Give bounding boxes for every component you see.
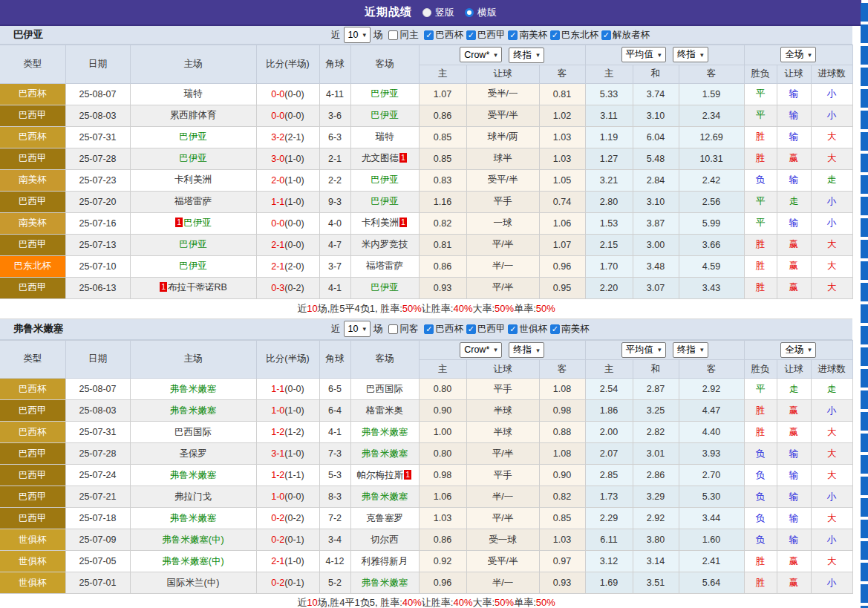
away-team-cell: 巴西国际 [350,379,419,400]
team-name: 巴伊亚 [183,218,212,228]
radio-horizontal[interactable]: 横版 [465,6,497,19]
team-name: 巴伊亚 [371,110,399,120]
home-team-cell: 累西腓体育 [130,105,256,126]
right-link-rail[interactable] [861,3,868,608]
europe-odds-select[interactable]: 平均值▾ [621,342,666,358]
radio-unselected-icon[interactable] [465,8,474,17]
checkbox-checked-icon[interactable]: ✓ [424,30,434,40]
away-team-cell: 切尔西 [350,529,419,551]
summary-segment: 单率: [514,596,536,608]
league-filter[interactable]: ✓巴西杯 [424,29,463,42]
chevron-down-icon: ▾ [362,31,366,39]
checkbox-checked-icon[interactable]: ✓ [550,30,560,40]
radio-vertical[interactable]: 竖版 [422,6,454,19]
corner-cell: 2-2 [319,169,350,191]
odds-stage-select[interactable]: 终指▾ [509,342,544,358]
team-name: 弗鲁米嫩塞 [170,405,217,416]
date-cell: 25-07-24 [65,465,130,486]
goals-result: 小 [811,486,852,508]
home-team-cell: 弗鲁米嫩塞 [130,379,256,400]
match-row: 巴西甲25-08-03累西腓体育0-0(0-0)3-6巴伊亚0.86受平/半1.… [0,105,852,126]
avg-away-odds: 2.42 [679,169,744,191]
radio-horizontal-label: 横版 [477,6,497,19]
league-cell: 巴西杯 [0,126,65,148]
wdl-result: 胜 [744,400,777,422]
league-filter[interactable]: ✓解放者杯 [601,29,650,42]
sub-col-wdl: 胜负 [744,65,777,83]
handicap-line: 半/一 [466,572,539,594]
league-filter[interactable]: ✓南美杯 [550,323,590,336]
goals-result: 小 [811,83,852,105]
league-filter[interactable]: ✓南美杯 [508,29,547,42]
europe-odds-select[interactable]: 平均值▾ [621,47,666,62]
team-name: 巴伊亚 [179,239,207,249]
team-section-fluminense: 弗鲁米嫩塞 近 10▾ 场 同客 ✓巴西杯✓巴西甲✓世俱杯✓南美杯 [0,319,868,608]
match-count-select[interactable]: 10▾ [344,27,371,43]
checkbox-checked-icon[interactable]: ✓ [466,324,476,334]
checkbox-unchecked-icon[interactable] [388,324,398,334]
checkbox-checked-icon[interactable]: ✓ [508,324,518,334]
league-filter[interactable]: ✓巴西甲 [466,29,506,42]
league-cell: 巴西甲 [0,105,65,126]
odds-company-select[interactable]: Crow*▾ [460,342,502,358]
score-cell: 0-0(0-0) [256,83,319,105]
avg-home-odds: 2.80 [585,191,633,212]
fulltime-score: 2-1 [271,261,284,272]
corner-cell: 4-0 [319,212,350,234]
summary-segment: 让胜率: [422,302,454,316]
team-name: 瑞特 [184,88,203,99]
summary-row: 近10场,胜4平1负5, 胜率:40% 让胜率:40% 大率:50% 单率:50… [0,594,852,608]
summary-segment: 50% [495,303,514,314]
scope-select[interactable]: 全场▾ [780,47,816,62]
team-name: 利雅得新月 [362,556,408,566]
unit-label: 场 [373,323,383,336]
checkbox-checked-icon[interactable]: ✓ [601,30,611,40]
wdl-result: 胜 [744,422,777,443]
match-row: 巴西甲25-07-21弗拉门戈1-0(0-0)8-3弗鲁米嫩塞1.06半/一0.… [0,486,852,508]
handicap-away-odds: 1.06 [539,212,585,234]
home-team-cell: 巴伊亚 [130,126,256,148]
chevron-down-icon: ▾ [700,51,704,59]
date-cell: 25-07-28 [65,148,130,169]
fulltime-score: 3-0 [271,154,284,164]
handicap-away-odds: 0.97 [539,551,585,572]
europe-stage-select[interactable]: 终指▾ [673,342,708,358]
odds-stage-select[interactable]: 终指▾ [509,48,544,63]
same-venue-filter[interactable]: 同主 [388,29,418,42]
col-score: 比分(半场) [256,45,319,84]
summary-segment: 场,胜4平1负5, 胜率: [318,596,402,608]
league-filter[interactable]: ✓巴东北杯 [550,29,598,42]
home-team-cell: 弗鲁米嫩塞 [130,400,256,422]
avg-away-odds: 4.40 [679,422,744,443]
checkbox-unchecked-icon[interactable] [388,30,398,40]
chevron-down-icon: ▾ [494,346,497,353]
checkbox-checked-icon[interactable]: ✓ [550,324,560,334]
same-venue-filter[interactable]: 同客 [388,323,418,336]
home-team-cell: 巴伊亚 [130,234,256,255]
match-count-select[interactable]: 10▾ [344,321,371,337]
league-filter[interactable]: ✓世俱杯 [508,323,547,336]
team-name: 弗鲁米嫩塞 [170,384,217,394]
league-filter[interactable]: ✓巴西杯 [424,323,463,336]
halftime-score: (0-0) [284,491,304,502]
wdl-result: 胜 [744,234,777,255]
europe-stage-select[interactable]: 终指▾ [673,47,708,62]
avg-away-odds: 1.59 [679,83,744,105]
league-cell: 巴西甲 [0,234,65,255]
score-cell: 3-0(1-0) [256,148,319,169]
checkbox-checked-icon[interactable]: ✓ [508,30,518,40]
handicap-line: 平手 [466,191,539,212]
handicap-line: 半球 [466,400,539,422]
scope-select[interactable]: 全场▾ [780,342,816,358]
radio-selected-icon[interactable] [422,8,431,17]
team-name: 巴伊亚 [179,153,207,163]
odds-company-select[interactable]: Crow*▾ [460,47,502,62]
checkbox-checked-icon[interactable]: ✓ [466,30,476,40]
league-filter[interactable]: ✓巴西甲 [466,323,506,336]
sub-col-handicap: 让球 [466,65,539,83]
handicap-result: 输 [777,105,811,126]
avg-draw-odds: 3.00 [633,234,679,255]
table-body: 巴西杯25-08-07弗鲁米嫩塞1-1(0-0)6-5巴西国际0.80平手1.0… [0,379,852,594]
date-cell: 25-07-21 [65,486,130,508]
checkbox-checked-icon[interactable]: ✓ [424,324,434,334]
